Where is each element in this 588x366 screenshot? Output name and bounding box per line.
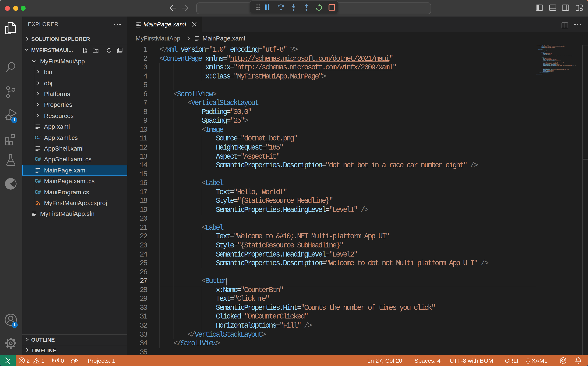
svg-text:C#: C# [561,358,565,362]
